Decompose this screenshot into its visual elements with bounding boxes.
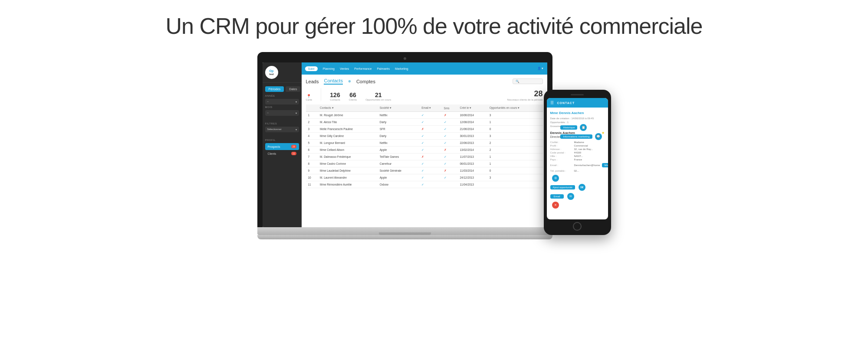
cell-num: 4: [306, 133, 318, 140]
stats-row: 📍 Carte 126 Contacts 66: [306, 88, 543, 101]
cell-opps: 1: [487, 154, 543, 160]
table-row[interactable]: 8 Mme Castro Corinne Carrefour ✓ ✓ 06/01…: [306, 160, 543, 167]
field-label: Code postal :: [550, 151, 574, 154]
stat-clients-number: 66: [349, 91, 357, 98]
table-row[interactable]: 11 Mme Rémondière Aurélie Oxbow ✓ 11/04/…: [306, 181, 543, 188]
search-input[interactable]: [513, 78, 543, 84]
cell-email: ✓: [419, 140, 441, 147]
field-label: Adresse :: [550, 148, 574, 150]
dates-button[interactable]: Dates: [286, 86, 300, 92]
cell-date: 21/06/2014: [457, 126, 487, 133]
cell-num: 3: [306, 126, 318, 133]
cell-company: Oxbow: [378, 181, 420, 188]
cell-opps: [487, 181, 543, 188]
tab-comptes[interactable]: Comptes: [356, 79, 375, 84]
mois-filter[interactable]: –▾: [265, 110, 299, 116]
map-icon-btn[interactable]: 🗺: [579, 184, 585, 191]
cell-num: 11: [306, 181, 318, 188]
table-row[interactable]: 1 M. Rouget Jérôme Netflix ✓ ✗ 16/06/201…: [306, 112, 543, 119]
phone-topbar: ☰ CONTACT: [547, 98, 608, 108]
stat-contacts-label: Contacts: [330, 98, 340, 101]
nav-marketing[interactable]: Marketing: [395, 67, 408, 70]
settings-icon-btn[interactable]: ⚙: [552, 175, 559, 182]
nav-suivi[interactable]: Suivi: [305, 66, 318, 71]
annee-filter[interactable]: –▾: [265, 99, 299, 105]
cell-company: SFR: [378, 126, 420, 133]
cell-sms: ✗: [442, 112, 458, 119]
cell-opps: 3: [487, 133, 543, 140]
historique-button[interactable]: Historique: [560, 125, 577, 130]
tab-leads[interactable]: Leads: [306, 79, 319, 84]
content-tabs: Leads Contacts ⊕ Comptes: [306, 78, 543, 85]
col-sms[interactable]: Sms: [442, 105, 458, 112]
table-row[interactable]: 3 Melle Francseschi Pauline SFR ✗ ✓ 21/0…: [306, 126, 543, 133]
table-row[interactable]: 2 M. Alessi Tilio Darty ✓ ✓ 12/08/2014 1: [306, 119, 543, 126]
email-icon-btn[interactable]: ✉: [567, 193, 574, 200]
table-row[interactable]: 4 Mme Gilly Caroline Darty ✓ ✓ 30/01/201…: [306, 133, 543, 140]
nav-user-icon[interactable]: 👤 ▾: [537, 67, 544, 70]
laptop-screen-outer: Oplead Périodes Dates ANNÉE –▾: [257, 52, 552, 227]
infos-marketing-button[interactable]: Informations marketing: [560, 134, 592, 139]
sidebar-item-prospects[interactable]: Prospects 23: [265, 143, 299, 150]
filtres-label: FILTRES: [265, 122, 299, 125]
favorite-star-icon[interactable]: ★: [602, 131, 605, 135]
laptop-base: [257, 227, 552, 235]
cell-name: Mme Rémondière Aurélie: [318, 181, 378, 188]
cell-company: Netflix: [378, 140, 420, 147]
col-opps[interactable]: Opportunités en cours ▾: [487, 105, 543, 112]
field-value: NANT...: [574, 155, 583, 157]
phone-field-row: Pays :France: [550, 158, 605, 161]
selectionner-filter[interactable]: Sélectionner▾: [265, 127, 299, 132]
phone-field-row: Profil :Commercial: [550, 144, 605, 147]
nav-palmares[interactable]: Palmarès: [377, 67, 390, 70]
historique-icon-btn[interactable]: 📋: [580, 124, 587, 131]
logo-text: Oplead: [269, 69, 273, 75]
nav-planning[interactable]: Planning: [323, 67, 335, 70]
col-contacts[interactable]: Contacts ▾: [318, 105, 378, 112]
cell-sms: ✗: [442, 147, 458, 154]
stat-divider-1: [321, 88, 321, 101]
sidebar-item-clients[interactable]: Clients 11: [265, 150, 299, 157]
cell-date: 30/01/2013: [457, 133, 487, 140]
tab-contacts[interactable]: Contacts: [324, 78, 342, 85]
stat-contacts: 126 Contacts: [330, 91, 340, 101]
cell-sms: [442, 181, 458, 188]
nav-performance[interactable]: Performance: [354, 67, 372, 70]
modifier-button[interactable]: Modifier: [602, 163, 608, 167]
cell-num: 1: [306, 112, 318, 119]
stat-contacts-number: 126: [330, 91, 340, 98]
table-row[interactable]: 5 M. Longour Bernard Netflix ✓ ✓ 22/06/2…: [306, 140, 543, 147]
hamburger-icon[interactable]: ☰: [550, 101, 554, 105]
cell-date: 11/07/2013: [457, 154, 487, 160]
nav-ventes[interactable]: Ventes: [340, 67, 349, 70]
cell-date: 11/03/2014: [457, 167, 487, 174]
col-societe[interactable]: Société ▾: [378, 105, 420, 112]
sidebar-logo: Oplead: [263, 62, 302, 83]
table-row[interactable]: 9 Mme Laudebat Delphine Société Générale…: [306, 167, 543, 174]
ajout-opportunite-button[interactable]: Ajout opportunité: [550, 185, 575, 189]
annee-label: ANNÉE: [265, 95, 299, 97]
cell-sms: ✓: [442, 140, 458, 147]
col-email[interactable]: Email ▾: [419, 105, 441, 112]
phone-outer: ☰ CONTACT Mme Dennis Aachen Date de créa…: [544, 90, 611, 235]
cell-date: 16/06/2014: [457, 112, 487, 119]
cell-sms: ✓: [442, 160, 458, 167]
phone-home-button[interactable]: [573, 222, 582, 231]
field-value: Commercial: [574, 144, 588, 147]
periods-button[interactable]: Périodes: [265, 86, 284, 92]
email-button[interactable]: Email: [550, 194, 564, 199]
cell-email: ✓: [419, 119, 441, 126]
phone-meta-date: Date de création : 14/06/2016 à 09:45: [550, 117, 605, 121]
sidebar-period-section: Périodes Dates ANNÉE –▾ MOIS –▾: [263, 83, 302, 119]
chat-icon-btn[interactable]: 💬: [595, 133, 602, 140]
table-row[interactable]: 7 M. Dalmasso Frédérique TellTale Games …: [306, 154, 543, 160]
table-row[interactable]: 10 M. Laurent Alexandre Apple ✓ ✓ 24/12/…: [306, 174, 543, 181]
crm-topnav: Suivi Planning Ventes Performance Palmar…: [302, 62, 547, 75]
stat-clients: 66 Clients: [349, 91, 357, 101]
cell-num: 6: [306, 147, 318, 154]
table-row[interactable]: 6 Mme Cellard Alison Apple ✓ ✗ 13/02/201…: [306, 147, 543, 154]
delete-icon-btn[interactable]: ✕: [552, 202, 559, 209]
cell-num: 2: [306, 119, 318, 126]
col-cree[interactable]: Créé le ▾: [457, 105, 487, 112]
cell-date: 11/04/2013: [457, 181, 487, 188]
